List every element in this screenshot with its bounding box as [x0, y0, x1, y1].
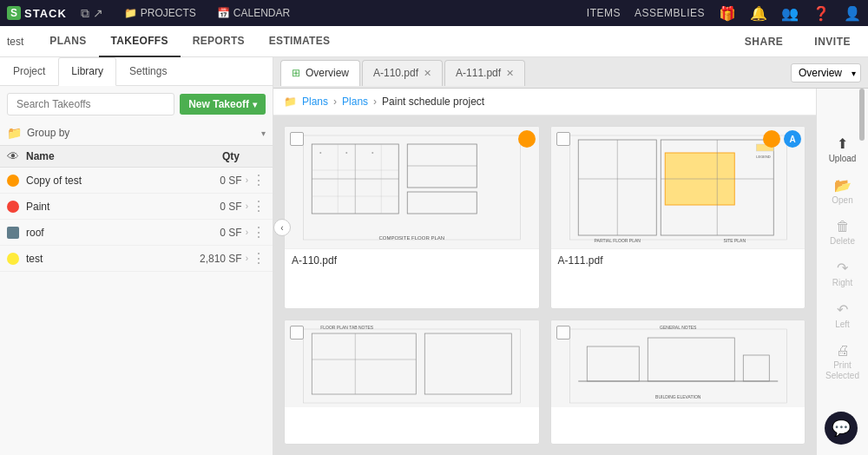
user-badge-a111-b: A — [784, 130, 801, 148]
calendar-label: CALENDAR — [233, 7, 290, 19]
content-area: ⊞ Overview A-110.pdf ✕ A-111.pdf ✕ Overv… — [273, 57, 868, 455]
upload-icon: ⬆ — [837, 135, 848, 152]
svg-text:COMPOSITE FLOOR PLAN: COMPOSITE FLOOR PLAN — [378, 235, 444, 241]
bell-icon[interactable]: 🔔 — [750, 5, 767, 22]
item-menu-test[interactable]: ⋮ — [252, 250, 266, 267]
top-nav: S STACK ⧉ ↗ 📁 PROJECTS 📅 CALENDAR ITEMS … — [0, 0, 868, 26]
overview-select-wrapper: Overview List Grid — [791, 63, 861, 82]
takeoff-item-copy-of-test[interactable]: Copy of test 0 SF › ⋮ — [0, 168, 273, 194]
invite-button[interactable]: INVITE — [804, 32, 861, 51]
nav-item-projects[interactable]: 📁 PROJECTS — [114, 0, 207, 26]
sidebar-tab-settings[interactable]: Settings — [116, 57, 180, 85]
content-tab-overview[interactable]: ⊞ Overview — [280, 60, 360, 86]
sidebar-search-area: New Takeoff ▾ — [0, 86, 273, 122]
item-menu-roof[interactable]: ⋮ — [252, 224, 266, 241]
overview-select[interactable]: Overview List Grid — [791, 63, 861, 82]
item-menu-paint[interactable]: ⋮ — [252, 198, 266, 214]
gift-icon[interactable]: 🎁 — [719, 5, 736, 22]
file-card-3[interactable]: FLOOR PLAN TAB NOTES — [284, 320, 540, 445]
eye-icon[interactable]: 👁 — [7, 149, 19, 163]
swatch-test — [7, 253, 19, 265]
sidebar-tabs: Project Library Settings — [0, 57, 273, 86]
projects-icon: 📁 — [124, 7, 137, 19]
file-card-a110[interactable]: COMPOSITE FLOOR PLAN A-110.pdf — [284, 126, 540, 309]
group-by-row[interactable]: 📁 Group by ▾ — [0, 122, 273, 145]
items-link[interactable]: ITEMS — [587, 7, 621, 19]
delete-action[interactable]: 🗑 Delete — [817, 214, 868, 251]
file-card-thumb-4: GENERAL NOTES BUILDING ELEVATION — [551, 320, 806, 407]
blueprint-svg-a110: COMPOSITE FLOOR PLAN — [285, 127, 539, 248]
file-card-4[interactable]: GENERAL NOTES BUILDING ELEVATION — [550, 320, 806, 445]
sidebar: Project Library Settings New Takeoff ▾ 📁… — [0, 57, 273, 455]
svg-text:SITE PLAN: SITE PLAN — [723, 238, 746, 243]
takeoff-header: 👁 Name Qty — [0, 145, 273, 168]
item-menu-copy-of-test[interactable]: ⋮ — [252, 172, 266, 188]
search-input[interactable] — [7, 93, 174, 115]
file-checkbox-4[interactable] — [556, 326, 570, 340]
top-right-nav: ITEMS ASSEMBLIES 🎁 🔔 👥 ❓ 👤 — [587, 5, 861, 22]
chat-icon: 💬 — [832, 419, 851, 438]
right-action[interactable]: ↷ Right — [817, 254, 868, 293]
svg-text:GENERAL NOTES: GENERAL NOTES — [660, 325, 697, 330]
item-arrow-test: › — [246, 254, 248, 263]
open-action[interactable]: 📂 Open — [817, 172, 868, 210]
item-name-roof: roof — [26, 227, 190, 239]
app-logo[interactable]: S STACK — [7, 6, 67, 20]
project-name[interactable]: test — [7, 36, 23, 48]
svg-text:BUILDING ELEVATION: BUILDING ELEVATION — [655, 394, 701, 399]
file-checkbox-3[interactable] — [290, 326, 304, 340]
nav-item-calendar[interactable]: 📅 CALENDAR — [207, 0, 300, 26]
expand-icon[interactable]: ⧉ — [81, 6, 89, 21]
delete-icon: 🗑 — [836, 219, 850, 234]
file-checkbox-a110[interactable] — [290, 132, 304, 146]
file-card-thumb-a110: COMPOSITE FLOOR PLAN — [285, 127, 539, 248]
item-qty-paint: 0 SF — [190, 201, 242, 213]
share-button[interactable]: SHARE — [734, 32, 794, 51]
open-label: Open — [832, 195, 852, 205]
breadcrumb-plans1[interactable]: Plans — [302, 96, 328, 108]
print-label: PrintSelected — [825, 360, 859, 381]
takeoff-item-paint[interactable]: Paint 0 SF › ⋮ — [0, 194, 273, 220]
item-qty-copy-of-test: 0 SF — [190, 175, 242, 187]
sidebar-tab-library[interactable]: Library — [58, 57, 116, 86]
right-panel: ⬆ Upload 📂 Open 🗑 Delete ↷ Right ↶ Left … — [816, 89, 868, 455]
help-icon[interactable]: ❓ — [812, 5, 830, 22]
left-action[interactable]: ↶ Left — [817, 296, 868, 334]
file-card-thumb-3: FLOOR PLAN TAB NOTES — [285, 320, 539, 407]
assemblies-link[interactable]: ASSEMBLIES — [635, 7, 705, 19]
content-tab-a111[interactable]: A-111.pdf ✕ — [444, 60, 525, 86]
file-card-a111[interactable]: A PARTIAL — [550, 126, 806, 309]
team-icon[interactable]: 👥 — [781, 5, 799, 22]
sidebar-tab-project[interactable]: Project — [0, 57, 58, 85]
tab-reports[interactable]: REPORTS — [181, 26, 257, 57]
svg-point-11 — [372, 152, 373, 154]
print-action[interactable]: 🖨 PrintSelected — [817, 338, 868, 386]
external-icon[interactable]: ↗ — [93, 6, 103, 21]
new-takeoff-button[interactable]: New Takeoff ▾ — [180, 94, 266, 115]
blueprint-svg-4: GENERAL NOTES BUILDING ELEVATION — [551, 320, 806, 407]
breadcrumb-current: Paint schedule project — [382, 96, 484, 108]
new-takeoff-label: New Takeoff — [188, 98, 249, 110]
chat-bubble[interactable]: 💬 — [825, 412, 858, 445]
delete-label: Delete — [830, 236, 855, 246]
breadcrumb-plans2[interactable]: Plans — [342, 96, 368, 108]
main-layout: Project Library Settings New Takeoff ▾ 📁… — [0, 57, 868, 455]
breadcrumb-folder-icon: 📁 — [284, 96, 297, 108]
svg-text:PARTIAL FLOOR PLAN: PARTIAL FLOOR PLAN — [594, 238, 641, 243]
collapse-sidebar-button[interactable]: ‹ — [273, 219, 291, 236]
upload-label: Upload — [829, 154, 857, 163]
takeoff-item-roof[interactable]: roof 0 SF › ⋮ — [0, 220, 273, 246]
close-tab-a110[interactable]: ✕ — [424, 68, 431, 79]
user-icon[interactable]: 👤 — [844, 5, 861, 22]
tab-grid-icon: ⊞ — [292, 67, 300, 79]
close-tab-a111[interactable]: ✕ — [506, 68, 514, 79]
svg-point-10 — [345, 152, 347, 154]
takeoff-item-test[interactable]: test 2,810 SF › ⋮ — [0, 246, 273, 272]
tab-takeoffs[interactable]: TAKEOFFS — [99, 26, 181, 57]
tab-estimates[interactable]: ESTIMATES — [257, 26, 342, 57]
item-arrow-paint: › — [246, 201, 248, 211]
scroll-indicator[interactable] — [859, 89, 865, 141]
tab-plans[interactable]: PLANS — [37, 26, 98, 57]
file-checkbox-a111[interactable] — [556, 132, 570, 146]
content-tab-a110[interactable]: A-110.pdf ✕ — [362, 60, 443, 86]
